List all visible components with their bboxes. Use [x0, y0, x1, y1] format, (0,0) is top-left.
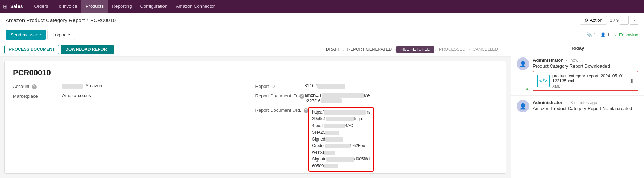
account-value: Amazon — [62, 83, 102, 89]
status-pipeline: DRAFT › REPORT GENERATED › FILE FETCHED … — [120, 46, 506, 53]
activity-time: · — [566, 58, 567, 63]
status-bar: PROCESS DOCUMENT DOWNLOAD REPORT DRAFT ›… — [0, 42, 511, 57]
activity-text-2: Amazon Product Category Report Numla cre… — [533, 106, 638, 111]
top-navigation: ⊞ Sales Orders To Invoice Products Repor… — [0, 0, 644, 13]
report-doc-id-value: amzn1.s89- c227f16 — [305, 93, 371, 103]
form-area: PCR00010 Account ? Amazon Marketpl — [4, 61, 506, 174]
activity-author: Administrator — [533, 57, 563, 63]
pipeline-step-processed: PROCESSED › — [436, 47, 470, 52]
file-type: XML — [552, 84, 627, 88]
activity-text: Product Category Report Downloaded — [533, 63, 638, 69]
activity-body-2: Administrator · 8 minutes ago Amazon Pro… — [533, 100, 638, 112]
message-bar: Send message Log note 📎 1 👤 1 ✓ Followin… — [0, 28, 644, 42]
breadcrumb-title[interactable]: Amazon Product Category Report — [6, 17, 85, 23]
record-counter: 1 / 9 ‹ › — [610, 16, 638, 25]
marketplace-label: Marketplace — [13, 93, 62, 99]
pipeline-processed-label: PROCESSED — [436, 47, 468, 52]
nav-orders[interactable]: Orders — [30, 0, 53, 13]
paperclip-icon: 📎 — [586, 32, 592, 37]
gear-icon: ⚙ — [584, 18, 589, 23]
url-blurred-6 — [325, 144, 350, 148]
report-doc-url-value: https:/m/ 29e9c1tuga. 4.eu.T4AC- SHA25 S… — [308, 107, 374, 172]
followers-number: 1 — [607, 32, 610, 37]
url-blurred-5 — [325, 137, 343, 142]
counter-value: 1 / 9 — [610, 18, 619, 23]
pipeline-file-fetched-label: FILE FETCHED — [396, 46, 434, 53]
nav-products[interactable]: Products — [81, 0, 108, 13]
nav-configuration[interactable]: Configuration — [136, 0, 172, 13]
report-id-label: Report ID — [255, 83, 305, 89]
prev-record-button[interactable]: ‹ — [620, 16, 629, 25]
form-right-column: Report ID 81167 Report Document ID ? amz… — [255, 83, 498, 172]
following-button[interactable]: ✓ Following — [614, 32, 638, 37]
pipeline-step-cancelled: CANCELLED — [470, 47, 501, 52]
account-field: Account ? Amazon — [13, 83, 255, 89]
marketplace-field: Marketplace Amazon.co.uk — [13, 93, 255, 99]
apps-icon[interactable]: ⊞ — [3, 3, 7, 10]
form-grid: Account ? Amazon Marketplace Amazon.co.u… — [13, 83, 498, 172]
file-info: product_category_report_2024_05_01_12313… — [552, 74, 627, 88]
report-id-value: 81167 — [305, 83, 345, 89]
download-icon[interactable]: ⬇ — [630, 78, 634, 84]
pipeline-cancelled-label: CANCELLED — [470, 47, 501, 52]
activity-body: Administrator · now Product Category Rep… — [533, 57, 638, 91]
brand-label: Sales — [10, 4, 23, 9]
next-record-button[interactable]: › — [630, 16, 638, 25]
avatar-2: 👤 — [517, 100, 529, 112]
followers-count: 👤 1 — [600, 32, 610, 37]
report-doc-id-field: Report Document ID ? amzn1.s89- c227f16 — [255, 93, 498, 103]
nav-to-invoice[interactable]: To Invoice — [52, 0, 81, 13]
url-blurred-3 — [324, 124, 345, 128]
pipeline-step-file-fetched: FILE FETCHED › — [396, 46, 436, 53]
breadcrumb-record-id: PCR00010 — [90, 17, 116, 23]
code-icon: </> — [539, 78, 547, 84]
activity-item: 👤 Administrator · 8 minutes ago Amazon P… — [511, 96, 644, 117]
marketplace-value: Amazon.co.uk — [62, 93, 91, 98]
nav-amazon-connector[interactable]: Amazon Connector — [172, 0, 219, 13]
form-title: PCR00010 — [13, 68, 498, 77]
file-attachment[interactable]: </> product_category_report_2024_05_01_1… — [533, 71, 638, 91]
avatar: 👤 — [517, 57, 529, 70]
activity-time-value: now — [571, 58, 578, 63]
process-document-button[interactable]: PROCESS DOCUMENT — [4, 45, 59, 54]
avatar-wrap: 👤 — [517, 57, 529, 91]
breadcrumb-bar: Amazon Product Category Report / PCR0001… — [0, 13, 644, 28]
online-indicator — [526, 88, 529, 91]
url-blurred-2 — [326, 117, 354, 121]
log-note-button[interactable]: Log note — [47, 30, 76, 40]
main-layout: PROCESS DOCUMENT DOWNLOAD REPORT DRAFT ›… — [0, 42, 644, 178]
attachments-count: 📎 1 — [586, 32, 596, 37]
file-name: product_category_report_2024_05_01_12313… — [552, 74, 627, 83]
avatar-wrap-2: 👤 — [517, 100, 529, 112]
report-doc-url-label: Report Document URL ? — [255, 107, 309, 113]
action-button[interactable]: ⚙ Action — [580, 16, 607, 25]
activity-time-value-2: 8 minutes ago — [571, 100, 597, 105]
report-doc-id-help-icon[interactable]: ? — [299, 94, 304, 99]
today-header: Today — [511, 42, 644, 53]
url-blurred-4 — [325, 131, 339, 135]
activity-item: 👤 Administrator · now Product Category R… — [511, 53, 644, 96]
checkmark-icon: ✓ — [614, 32, 618, 37]
pipeline-report-generated-label: REPORT GENERATED — [345, 47, 395, 52]
nav-reporting[interactable]: Reporting — [108, 0, 136, 13]
download-report-button[interactable]: DOWNLOAD REPORT — [61, 45, 114, 54]
report-id-field: Report ID 81167 — [255, 83, 498, 89]
right-panel: Today 👤 Administrator · now Product Cate… — [511, 42, 644, 178]
account-label: Account ? — [13, 83, 62, 89]
pipeline-step-draft: DRAFT › — [323, 47, 345, 52]
send-message-button[interactable]: Send message — [6, 30, 46, 40]
url-blurred-7 — [324, 151, 335, 155]
chatter-status-icons: 📎 1 👤 1 ✓ Following — [586, 32, 638, 37]
report-doc-id-blurred2 — [321, 98, 342, 103]
pipeline-draft-label: DRAFT — [323, 47, 343, 52]
xml-file-icon: </> — [537, 75, 550, 87]
report-doc-url-help-icon[interactable]: ? — [304, 108, 308, 113]
form-left-column: Account ? Amazon Marketplace Amazon.co.u… — [13, 83, 255, 172]
left-content: PROCESS DOCUMENT DOWNLOAD REPORT DRAFT ›… — [0, 42, 511, 178]
person-icon: 👤 — [600, 32, 606, 37]
account-help-icon[interactable]: ? — [32, 84, 37, 89]
report-doc-id-blurred1 — [322, 93, 364, 98]
following-label: Following — [619, 32, 638, 37]
pipeline-step-report-generated: REPORT GENERATED › — [345, 47, 396, 52]
report-doc-url-field: Report Document URL ? https:/m/ 29e9c1tu… — [255, 107, 498, 172]
